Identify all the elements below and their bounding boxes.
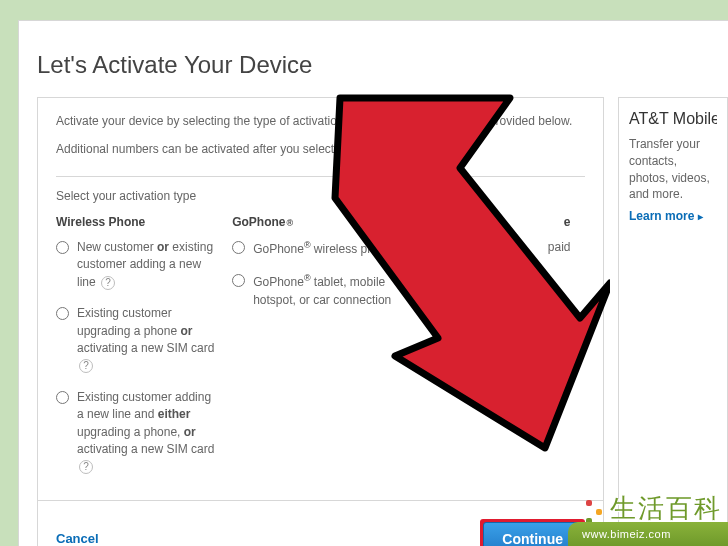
continue-button[interactable]: Continue xyxy=(483,522,582,546)
registered-icon: ® xyxy=(287,218,294,228)
activation-page: Let's Activate Your Device Activate your… xyxy=(18,20,728,546)
help-icon[interactable]: ? xyxy=(79,359,93,373)
gophone-header-text: GoPhone xyxy=(232,215,285,229)
option-text: New customer or existing customer adding… xyxy=(77,239,218,291)
activation-columns: Wireless Phone New customer or existing … xyxy=(56,215,585,490)
main-panel: Activate your device by selecting the ty… xyxy=(37,97,604,546)
radio-existing-upgrade[interactable] xyxy=(56,307,69,320)
option-gophone-wireless[interactable]: GoPhone® wireless phone xyxy=(232,239,394,258)
help-icon[interactable]: ? xyxy=(79,460,93,474)
content-row: Activate your device by selecting the ty… xyxy=(37,97,728,546)
column-header-wireless: Wireless Phone xyxy=(56,215,218,229)
learn-more-link[interactable]: Learn more ▸ xyxy=(629,209,703,223)
registered-icon: ® xyxy=(304,240,311,250)
side-title: AT&T Mobile xyxy=(629,110,717,128)
intro2-keyword: Continue. xyxy=(338,142,393,156)
option-text: GoPhone® tablet, mobile hotspot, or car … xyxy=(253,272,394,309)
radio-gophone-tablet[interactable] xyxy=(232,274,245,287)
radio-new-customer[interactable] xyxy=(56,241,69,254)
intro2-prefix: Additional numbers can be activated afte… xyxy=(56,142,338,156)
registered-icon: ® xyxy=(304,273,311,283)
cancel-button[interactable]: Cancel xyxy=(56,531,99,546)
side-description: Transfer your contacts, photos, videos, … xyxy=(629,136,717,203)
page-title: Let's Activate Your Device xyxy=(37,51,728,79)
option-gophone-tablet[interactable]: GoPhone® tablet, mobile hotspot, or car … xyxy=(232,272,394,309)
third-header-text: e xyxy=(564,215,571,229)
column-header-gophone: GoPhone® xyxy=(232,215,394,229)
option-third-paid[interactable]: paid xyxy=(408,239,570,256)
option-existing-addline[interactable]: Existing customer adding a new line and … xyxy=(56,389,218,476)
chevron-right-icon: ▸ xyxy=(698,211,703,222)
column-third: e paid xyxy=(408,215,584,490)
column-wireless: Wireless Phone New customer or existing … xyxy=(56,215,232,490)
help-icon[interactable]: ? xyxy=(101,276,115,290)
radio-gophone-wireless[interactable] xyxy=(232,241,245,254)
button-row: Cancel Continue xyxy=(38,500,603,546)
option-text: Existing customer adding a new line and … xyxy=(77,389,218,476)
option-existing-upgrade[interactable]: Existing customer upgrading a phone or a… xyxy=(56,305,218,375)
learn-more-text: Learn more xyxy=(629,209,694,223)
radio-existing-addline[interactable] xyxy=(56,391,69,404)
side-panel: AT&T Mobile Transfer your contacts, phot… xyxy=(618,97,728,546)
option-text: GoPhone® wireless phone xyxy=(253,239,394,258)
intro-text-2: Additional numbers can be activated afte… xyxy=(56,140,585,158)
column-gophone: GoPhone® GoPhone® wireless phone GoPhone… xyxy=(232,215,408,490)
column-header-third: e xyxy=(408,215,570,229)
continue-highlight: Continue xyxy=(480,519,585,546)
option-text: paid xyxy=(408,239,570,256)
divider xyxy=(56,176,585,177)
option-text: Existing customer upgrading a phone or a… xyxy=(77,305,218,375)
select-activation-label: Select your activation type xyxy=(56,189,585,203)
option-new-customer[interactable]: New customer or existing customer adding… xyxy=(56,239,218,291)
intro-text: Activate your device by selecting the ty… xyxy=(56,112,585,130)
